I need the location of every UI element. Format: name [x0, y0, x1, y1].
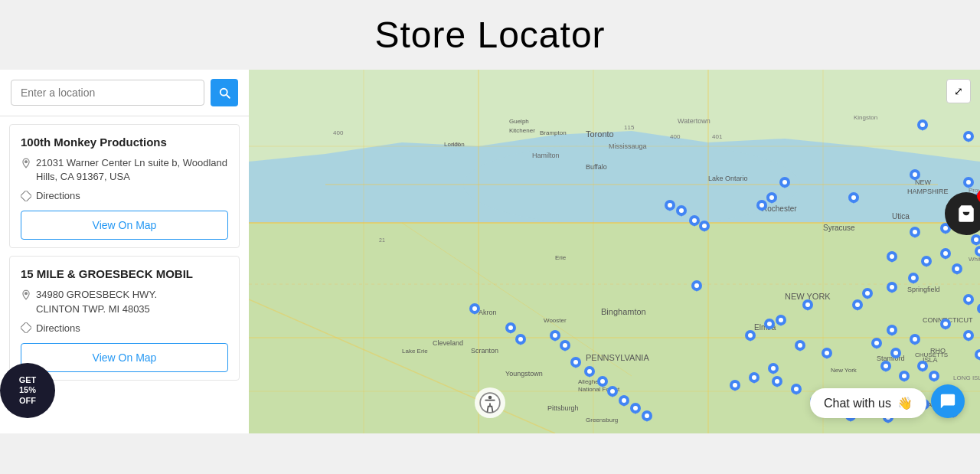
svg-text:401: 401	[452, 142, 461, 147]
search-button[interactable]	[211, 79, 238, 106]
svg-point-134	[890, 328, 894, 332]
svg-point-154	[771, 366, 776, 371]
svg-point-158	[733, 383, 737, 387]
svg-point-130	[748, 333, 753, 338]
svg-rect-3	[21, 322, 31, 333]
map-background[interactable]: Toronto Mississauga Hamilton Rochester S…	[249, 70, 980, 433]
svg-point-0	[25, 161, 28, 163]
svg-point-162	[794, 387, 799, 391]
directions-link[interactable]: Directions	[21, 190, 228, 201]
svg-point-212	[920, 123, 925, 127]
search-input[interactable]	[11, 80, 204, 106]
svg-point-82	[769, 195, 774, 200]
svg-text:Toronto: Toronto	[586, 129, 614, 139]
svg-text:Scranton: Scranton	[471, 347, 498, 355]
svg-point-140	[913, 337, 917, 342]
svg-point-142	[920, 364, 925, 368]
directions-icon	[21, 322, 31, 333]
chat-widget[interactable]: Chat with us 👋	[810, 388, 926, 418]
svg-point-192	[610, 389, 615, 394]
svg-rect-1	[21, 191, 31, 201]
svg-point-88	[913, 172, 917, 177]
svg-point-156	[752, 375, 756, 380]
svg-point-122	[865, 291, 870, 296]
svg-point-100	[518, 337, 523, 342]
svg-point-136	[874, 341, 879, 345]
search-bar	[0, 70, 249, 116]
svg-point-120	[890, 285, 894, 289]
location-icon	[21, 158, 31, 168]
svg-point-126	[805, 302, 810, 307]
discount-badge[interactable]: GET 15% OFF	[0, 363, 55, 418]
store-address: 34980 GROESBECK HWY.CLINTON TWP. MI 4803…	[21, 288, 228, 315]
svg-text:Greensburg: Greensburg	[586, 417, 618, 423]
svg-point-138	[893, 351, 898, 355]
svg-text:Kitchener: Kitchener	[509, 127, 535, 134]
chat-label: Chat with us	[824, 397, 891, 410]
svg-text:New York: New York	[831, 367, 858, 374]
svg-point-194	[622, 398, 626, 403]
map-container: Toronto Mississauga Hamilton Rochester S…	[249, 70, 980, 433]
svg-text:Erie: Erie	[555, 254, 567, 261]
svg-point-98	[508, 325, 513, 330]
svg-point-186	[573, 360, 578, 364]
cart-fab[interactable]: 0	[945, 192, 980, 235]
svg-point-132	[767, 322, 772, 326]
svg-point-84	[782, 180, 787, 185]
expand-icon: ⤢	[954, 85, 963, 97]
page-title: Store Locator	[0, 0, 980, 70]
svg-point-146	[902, 374, 906, 378]
svg-point-102	[974, 237, 978, 242]
svg-text:Wooster: Wooster	[544, 317, 567, 324]
svg-text:NEW: NEW	[915, 178, 932, 186]
view-on-map-button[interactable]: View On Map	[21, 211, 228, 240]
svg-point-152	[798, 343, 802, 348]
view-on-map-button[interactable]: View On Map	[21, 343, 228, 372]
chat-bubble-button[interactable]	[931, 384, 965, 418]
svg-point-160	[775, 379, 779, 384]
svg-point-148	[884, 364, 888, 368]
store-card: 15 MILE & GROESBECK MOBIL 34980 GROESBEC…	[9, 256, 240, 380]
svg-point-198	[645, 414, 649, 418]
accessibility-button[interactable]	[475, 387, 505, 418]
expand-map-button[interactable]: ⤢	[946, 79, 971, 103]
svg-point-196	[633, 406, 638, 410]
directions-icon	[21, 191, 31, 201]
svg-text:HAMPSHIRE: HAMPSHIRE	[907, 188, 949, 195]
svg-point-202	[966, 297, 971, 302]
svg-text:Watertown: Watertown	[678, 117, 710, 125]
svg-point-78	[702, 224, 707, 228]
svg-point-90	[966, 180, 971, 185]
svg-point-128	[779, 318, 783, 322]
store-name: 15 MILE & GROESBECK MOBIL	[21, 267, 228, 280]
store-name: 100th Monkey Productions	[21, 136, 228, 149]
svg-point-110	[943, 251, 948, 256]
svg-point-144	[932, 374, 936, 378]
svg-text:Lake Erie: Lake Erie	[402, 348, 428, 355]
svg-text:Springfield: Springfield	[907, 286, 940, 293]
svg-text:Binghamton: Binghamton	[601, 307, 646, 316]
svg-text:400: 400	[333, 129, 344, 136]
search-icon	[217, 86, 231, 100]
svg-text:Brampton: Brampton	[540, 129, 567, 136]
svg-text:Utica: Utica	[892, 212, 910, 221]
svg-text:21: 21	[379, 237, 385, 243]
svg-point-188	[587, 369, 592, 374]
svg-text:Guelph: Guelph	[509, 118, 529, 125]
svg-text:400: 400	[670, 133, 681, 140]
svg-text:Akron: Akron	[479, 309, 497, 316]
chat-emoji: 👋	[897, 396, 913, 410]
directions-link[interactable]: Directions	[21, 322, 228, 334]
cart-fab-container: 0	[945, 192, 980, 235]
svg-point-124	[855, 302, 860, 307]
svg-point-118	[911, 276, 916, 280]
svg-point-204	[943, 322, 948, 326]
svg-point-86	[851, 195, 856, 200]
svg-point-80	[760, 203, 764, 208]
svg-point-76	[692, 218, 697, 223]
svg-point-190	[600, 379, 605, 384]
svg-point-2	[25, 293, 28, 295]
svg-text:Buffalo: Buffalo	[586, 163, 607, 171]
location-icon	[21, 289, 31, 300]
svg-point-184	[563, 343, 567, 348]
